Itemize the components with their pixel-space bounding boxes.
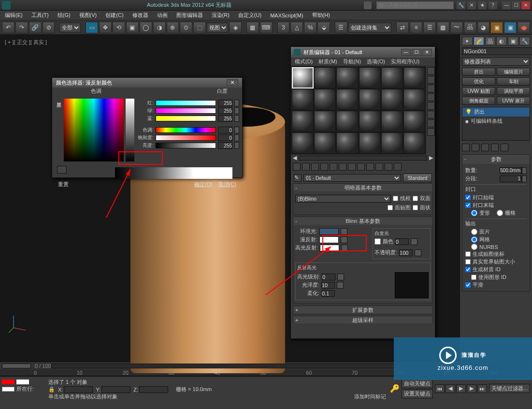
config-icon[interactable]	[501, 144, 508, 151]
diffuse-swatch[interactable]	[319, 236, 339, 243]
pick-icon[interactable]: ✎	[294, 174, 302, 182]
speclevel-map[interactable]	[337, 274, 344, 280]
mirror-icon[interactable]: ⇄	[396, 22, 409, 33]
help-icon[interactable]: 🔧	[457, 1, 465, 9]
move-icon[interactable]: ⊕	[167, 22, 179, 33]
ambient-swatch[interactable]	[319, 228, 339, 235]
assign-mat-icon[interactable]	[311, 163, 319, 171]
soften-input[interactable]	[321, 290, 335, 297]
mat-min-button[interactable]: —	[401, 49, 411, 56]
genmatid-check[interactable]	[465, 267, 471, 272]
rollout-shader-head[interactable]: -明暗器基本参数	[293, 184, 432, 191]
select-icon[interactable]: ▭	[86, 22, 98, 33]
viewport-label[interactable]: [ + ][ 正交 ][ 真实 ]	[5, 39, 47, 46]
mat-slot[interactable]	[314, 67, 336, 88]
patch-radio[interactable]	[471, 229, 477, 235]
keyboard-icon[interactable]: ⌨	[260, 22, 273, 33]
key-icon[interactable]: 🔑	[390, 384, 400, 393]
twoside-check[interactable]	[413, 196, 418, 201]
uv-icon[interactable]	[427, 93, 435, 101]
render-setup-icon[interactable]: ▣	[490, 22, 503, 33]
sample-type-icon[interactable]	[427, 67, 435, 75]
keyfilter-button[interactable]: 关键点过滤器...	[489, 384, 530, 393]
btn-uvwmap[interactable]: UVW 贴图	[462, 87, 495, 95]
select-scale-icon[interactable]: ▣	[126, 22, 139, 33]
get-mat-icon[interactable]	[293, 163, 301, 171]
mat-slot[interactable]	[403, 67, 425, 88]
mat-max-button[interactable]: ☐	[412, 49, 421, 56]
mat-slot[interactable]	[403, 132, 425, 154]
btn-extrude[interactable]: 挤出	[462, 68, 495, 76]
cp-s-input[interactable]	[218, 134, 232, 141]
unlink-icon[interactable]: ⊘	[43, 22, 55, 33]
gloss-input[interactable]	[321, 282, 335, 289]
lasso-icon[interactable]: ◯	[140, 22, 152, 33]
y-input[interactable]	[101, 386, 130, 393]
cp-r-input[interactable]	[218, 100, 232, 106]
cp-b-input[interactable]	[218, 115, 232, 122]
cp-s-slider[interactable]	[156, 135, 216, 141]
mat-slot[interactable]	[359, 132, 381, 154]
menu-view[interactable]: 视图(V)	[79, 12, 97, 19]
mat-slot[interactable]	[381, 111, 403, 132]
specular-swatch[interactable]	[320, 245, 339, 251]
menu-create[interactable]: 创建(C)	[105, 12, 123, 19]
mat-slot[interactable]	[403, 89, 425, 110]
amount-input[interactable]	[500, 167, 522, 174]
facemap-check[interactable]	[388, 205, 393, 210]
tab-hierarchy-icon[interactable]: 品	[485, 37, 496, 45]
cp-h-spin[interactable]	[234, 127, 239, 133]
menu-edit[interactable]: 编辑(E)	[5, 12, 23, 19]
paint-icon[interactable]: ◑	[153, 22, 166, 33]
prev-frame-icon[interactable]: ◀	[446, 384, 455, 393]
menu-graph[interactable]: 图形编辑器	[176, 12, 203, 19]
gloss-map[interactable]	[337, 282, 344, 289]
infobar-icon[interactable]	[364, 1, 372, 9]
tab-utilities-icon[interactable]: 🔧	[519, 37, 530, 45]
mat-slot[interactable]	[359, 111, 381, 132]
mat-slot[interactable]	[336, 67, 358, 88]
mat-slot[interactable]	[314, 132, 336, 154]
segments-input[interactable]	[500, 175, 522, 182]
menu-customize[interactable]: 自定义(U)	[238, 12, 261, 19]
cp-s-spin[interactable]	[234, 134, 239, 141]
btn-optimize[interactable]: 优化	[462, 77, 495, 86]
mat-slot[interactable]	[336, 89, 358, 110]
amount-spinner[interactable]	[522, 167, 527, 174]
refcoord-dropdown[interactable]: 视图	[207, 23, 228, 32]
align-icon[interactable]: ≡	[410, 22, 422, 33]
named-selection-dropdown[interactable]: 创建选择集	[348, 23, 392, 32]
goto-start-icon[interactable]: ⏮	[435, 384, 445, 393]
mat-slot[interactable]	[336, 132, 358, 154]
graphite-icon[interactable]: ▦	[437, 22, 449, 33]
cp-title-bar[interactable]: 颜色选择器: 漫反射颜色 ✕	[52, 78, 242, 88]
wire-check[interactable]	[393, 196, 398, 201]
tab-modify-icon[interactable]: 🌈	[474, 37, 484, 45]
smooth-check[interactable]	[465, 282, 471, 288]
btn-editpatch[interactable]: 编辑面片	[497, 68, 530, 76]
goto-end-icon[interactable]: ⏭	[477, 384, 487, 393]
snap-icon[interactable]: 3	[277, 22, 290, 33]
mat-slot[interactable]	[359, 67, 381, 88]
mat-menu-material[interactable]: 材质(M)	[318, 58, 337, 65]
btn-uvwunwrap[interactable]: UVW 展开	[497, 97, 530, 105]
put-lib-icon[interactable]	[348, 163, 356, 171]
tab-motion-icon[interactable]: ◐	[496, 37, 507, 45]
mat-menu-nav[interactable]: 导航(N)	[343, 58, 361, 65]
quick-render-icon[interactable]: 🫖	[518, 22, 530, 33]
scroll-right-icon[interactable]: ▶	[429, 155, 433, 161]
mat-hscroll[interactable]	[299, 156, 427, 161]
rotate-icon[interactable]: ⊙	[180, 22, 192, 33]
cap-end-check[interactable]	[465, 203, 471, 208]
angle-snap-icon[interactable]: △	[290, 22, 303, 33]
mat-menu-options[interactable]: 选项(O)	[367, 58, 385, 65]
cp-g-input[interactable]	[218, 107, 232, 114]
cp-v-input[interactable]	[218, 142, 232, 149]
cp-v-spin[interactable]	[234, 142, 239, 149]
menu-animation[interactable]: 动画	[157, 12, 168, 19]
opacity-value[interactable]	[399, 249, 413, 256]
menu-group[interactable]: 组(G)	[58, 12, 71, 19]
cp-h-slider[interactable]	[156, 127, 216, 133]
menu-render[interactable]: 渲染(R)	[212, 12, 230, 19]
cp-value-strip[interactable]	[126, 99, 134, 161]
